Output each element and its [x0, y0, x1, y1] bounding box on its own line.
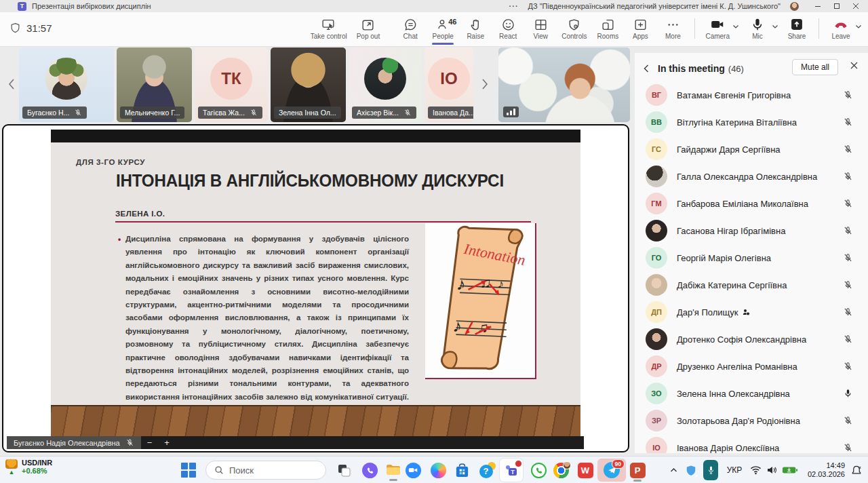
- tray-expand-icon[interactable]: [665, 467, 682, 473]
- react-button[interactable]: React: [492, 14, 524, 45]
- volume-icon[interactable]: [764, 465, 780, 475]
- presentation-slide: ДЛЯ 3-ГО КУРСУ ІНТОНАЦІЯ В АНГЛІЙСЬКОМОВ…: [51, 130, 580, 438]
- telegram-taskbar-button[interactable]: 90: [597, 459, 626, 482]
- chrome-button[interactable]: [553, 462, 569, 478]
- microsoft-store-button[interactable]: [454, 462, 470, 478]
- people-button[interactable]: 46 People: [427, 14, 459, 45]
- mic-muted-icon[interactable]: [843, 90, 853, 100]
- mic-muted-icon[interactable]: [843, 416, 853, 426]
- panel-close-icon[interactable]: [850, 61, 859, 70]
- apps-icon: [633, 17, 648, 32]
- mic-muted-icon[interactable]: [843, 307, 853, 317]
- meeting-toolbar: 31:57 Take control Pop out Chat 46 Peopl…: [0, 12, 868, 47]
- security-shield-icon[interactable]: [682, 465, 700, 476]
- telegram-icon: 90: [604, 462, 620, 478]
- participant-row[interactable]: ІО Іванова Дарія Олексіївна: [635, 434, 868, 453]
- shield-icon: [9, 22, 21, 34]
- participant-row[interactable]: Дротенко Софія Олександрівна: [635, 326, 868, 353]
- teams-taskbar-button[interactable]: T: [500, 459, 523, 482]
- chat-button[interactable]: Chat: [394, 14, 427, 45]
- initials-avatar: ДП: [646, 301, 667, 323]
- filmstrip-next-icon[interactable]: [479, 75, 491, 94]
- camera-icon: [710, 17, 725, 32]
- participant-row[interactable]: ЗР Золотарьова Дар'я Родіонівна: [635, 407, 868, 434]
- mic-muted-icon[interactable]: [843, 334, 853, 345]
- notification-bell-icon[interactable]: z: [845, 465, 868, 476]
- camera-button[interactable]: Camera: [701, 14, 734, 45]
- initials-avatar: ДР: [646, 355, 667, 377]
- powerpoint-button[interactable]: P: [629, 462, 646, 478]
- video-tile[interactable]: ІО Іванова Да...: [425, 47, 473, 122]
- panel-back-icon[interactable]: [635, 64, 658, 73]
- meeting-timer: 31:57: [9, 22, 52, 34]
- zoom-out-button[interactable]: −: [141, 438, 159, 448]
- mic-muted-icon[interactable]: [843, 144, 853, 155]
- raise-hand-button[interactable]: Raise: [459, 14, 492, 45]
- share-button[interactable]: Share: [781, 14, 813, 45]
- mic-muted-icon[interactable]: [843, 117, 853, 128]
- mic-muted-icon[interactable]: [843, 253, 853, 263]
- panel-count: (46): [728, 64, 744, 74]
- maximize-button[interactable]: [827, 0, 846, 12]
- participant-row[interactable]: ДП Дар'я Полищук: [635, 298, 868, 326]
- tray-clock[interactable]: 14:49 02.03.2026: [800, 461, 845, 479]
- wifi-icon[interactable]: [747, 465, 764, 475]
- participant-row[interactable]: Галла Олександра Олександрівна: [635, 163, 868, 190]
- active-speaker-video[interactable]: [498, 47, 630, 122]
- mic-muted-icon[interactable]: [843, 362, 853, 372]
- start-button[interactable]: [180, 462, 197, 478]
- mic-on-icon[interactable]: [843, 389, 853, 399]
- participant-row[interactable]: ГМ Ганбарова Еміліана Миколаївна: [635, 190, 868, 217]
- bullet-marker: •: [118, 235, 121, 244]
- video-tile[interactable]: ТК Тагієва Жа...: [195, 47, 268, 122]
- copilot-button[interactable]: [430, 462, 446, 478]
- mic-muted-icon[interactable]: [843, 443, 853, 453]
- video-tile[interactable]: Зелена Інна Ол...: [271, 47, 346, 122]
- user-avatar[interactable]: [790, 2, 799, 11]
- wps-office-button[interactable]: W: [577, 462, 593, 478]
- participant-row[interactable]: ДР Друзенко Ангеліна Романівна: [635, 353, 868, 380]
- file-explorer-button[interactable]: [385, 462, 401, 478]
- video-tile[interactable]: Мельниченко Г...: [117, 47, 192, 122]
- participant-row[interactable]: ВВ Вітлугіна Катерина Віталіївна: [635, 109, 868, 136]
- apps-button[interactable]: Apps: [624, 14, 656, 45]
- more-button[interactable]: More: [656, 14, 689, 45]
- participant-row[interactable]: Гасанова Нігар Ібрагімівна: [635, 217, 868, 244]
- participant-row[interactable]: ВГ Ватаман Євгенія Григорівна: [635, 81, 868, 109]
- close-button[interactable]: [846, 0, 865, 12]
- window-overflow-menu[interactable]: ···: [509, 2, 519, 10]
- mic-button[interactable]: Mic: [741, 14, 774, 45]
- pop-out-button[interactable]: Pop out: [352, 14, 384, 45]
- stocks-widget[interactable]: ▲ USD/INR +0.68%: [5, 459, 52, 475]
- quick-assist-button[interactable]: ?: [479, 462, 495, 478]
- help-icon: ?: [479, 463, 495, 478]
- video-tile[interactable]: Ахієзер Вік...: [349, 47, 422, 122]
- participant-row[interactable]: ГО Георгій Марія Олегівна: [635, 244, 868, 271]
- mic-in-use-indicator[interactable]: [700, 460, 722, 480]
- taskbar-search[interactable]: Поиск: [205, 461, 326, 480]
- task-view-button[interactable]: [336, 462, 352, 478]
- take-control-button[interactable]: Take control: [306, 14, 352, 45]
- mic-muted-icon[interactable]: [843, 172, 853, 182]
- language-indicator[interactable]: УКР: [722, 465, 747, 475]
- participant-row[interactable]: Дабіжа Катерина Сергіївна: [635, 271, 868, 298]
- whatsapp-button[interactable]: [530, 462, 547, 478]
- shared-screen[interactable]: ДЛЯ 3-ГО КУРСУ ІНТОНАЦІЯ В АНГЛІЙСЬКОМОВ…: [2, 124, 629, 452]
- mic-muted-icon[interactable]: [843, 280, 853, 290]
- zoom-app-button[interactable]: [405, 462, 421, 478]
- battery-charging-icon[interactable]: [780, 465, 800, 475]
- filmstrip-prev-icon[interactable]: [5, 75, 18, 94]
- view-button[interactable]: View: [524, 14, 557, 45]
- rooms-button[interactable]: Rooms: [591, 14, 624, 45]
- mute-all-button[interactable]: Mute all: [792, 59, 838, 75]
- leave-button[interactable]: Leave: [825, 14, 857, 45]
- zoom-in-button[interactable]: +: [158, 438, 176, 448]
- video-tile[interactable]: Бугаєнко Н...: [19, 47, 114, 122]
- mic-muted-icon[interactable]: [843, 199, 853, 209]
- viber-button[interactable]: [361, 462, 378, 478]
- mic-muted-icon[interactable]: [843, 226, 853, 236]
- minimize-button[interactable]: [808, 0, 827, 12]
- participant-row[interactable]: ЗО Зелена Інна Олександрівна: [635, 380, 868, 407]
- participant-row[interactable]: ГС Гайдаржи Даря Сергіївна: [635, 136, 868, 163]
- controls-button[interactable]: Controls: [557, 14, 591, 45]
